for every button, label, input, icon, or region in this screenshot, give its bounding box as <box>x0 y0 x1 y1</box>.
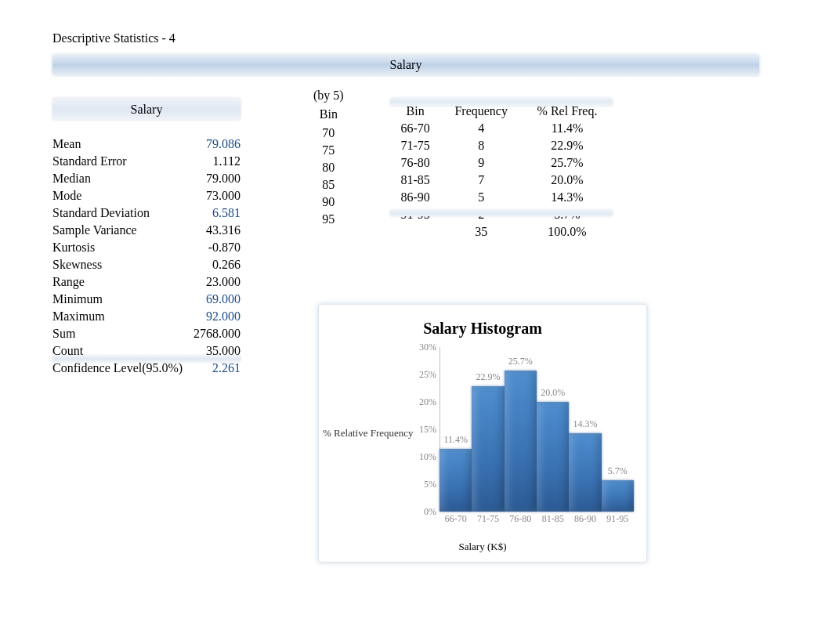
freq-count: 7 <box>440 172 522 189</box>
y-tick-label: 30% <box>419 342 436 353</box>
stats-value: 23.000 <box>190 273 241 291</box>
bar-value-label: 20.0% <box>541 387 565 399</box>
freq-rel: 11.4% <box>522 120 613 137</box>
x-tick-label: 86-90 <box>574 513 596 525</box>
stats-label: Mean <box>52 136 190 153</box>
bar-value-label: 25.7% <box>508 356 533 367</box>
y-tick-label: 20% <box>419 396 436 408</box>
bin-value: 70 <box>313 125 344 142</box>
stats-label: Skewness <box>52 256 190 273</box>
stats-label: Kurtosis <box>52 239 190 256</box>
histogram-bar <box>602 480 634 512</box>
bin-note: (by 5) <box>313 89 344 106</box>
stats-label: Minimum <box>52 291 190 308</box>
stats-row: Standard Deviation6.581 <box>52 204 241 222</box>
stats-value: 2768.000 <box>190 325 241 342</box>
stats-row: Minimum69.000 <box>52 291 241 308</box>
histogram-card: Salary Histogram % Relative Frequency Sa… <box>318 304 647 563</box>
stats-row: Maximum92.000 <box>52 308 241 325</box>
freq-rel: 14.3% <box>522 189 613 206</box>
stats-value: 79.000 <box>190 170 241 187</box>
freq-bin: 71-75 <box>390 137 440 154</box>
freq-column-header: % Rel Freq. <box>522 103 613 120</box>
stats-row: Sum2768.000 <box>52 325 241 342</box>
stats-value: 1.112 <box>190 153 241 170</box>
freq-rel: 22.9% <box>522 137 613 154</box>
freq-count: 5 <box>440 189 522 206</box>
page-title: Descriptive Statistics - 4 <box>52 31 175 45</box>
x-tick-label: 81-85 <box>542 513 564 525</box>
histogram-bar <box>440 449 472 512</box>
freq-total-count: 35 <box>440 223 522 241</box>
chart-title: Salary Histogram <box>318 320 647 338</box>
stats-row: Confidence Level(95.0%)2.261 <box>52 360 241 377</box>
bin-value: 75 <box>313 142 344 159</box>
stats-label: Range <box>52 273 190 291</box>
freq-row: 66-70411.4% <box>390 120 613 137</box>
bar-value-label: 11.4% <box>443 434 468 446</box>
stats-value: 43.316 <box>190 222 241 239</box>
y-tick-label: 10% <box>419 451 436 463</box>
chart-plot-area: 0%5%10%15%20%25%30%11.4%66-7022.9%71-752… <box>440 347 634 512</box>
freq-total-rel: 100.0% <box>522 223 613 241</box>
bin-value: 90 <box>313 194 344 211</box>
stats-row: Standard Error1.112 <box>52 153 241 170</box>
y-tick-label: 15% <box>419 424 436 436</box>
stats-row: Mode73.000 <box>52 187 241 204</box>
section-header-salary: Salary <box>52 55 759 75</box>
freq-header-row: BinFrequency% Rel Freq. <box>390 103 613 120</box>
stats-label: Sum <box>52 325 190 342</box>
x-tick-label: 76-80 <box>509 513 531 525</box>
descriptive-stats-table: Mean79.086Standard Error1.112Median79.00… <box>52 136 241 377</box>
freq-column-header: Frequency <box>440 103 522 120</box>
stats-row: Median79.000 <box>52 170 241 187</box>
freq-rel: 20.0% <box>522 172 613 189</box>
stats-label: Standard Error <box>52 153 190 170</box>
stats-column-header: Salary <box>52 98 241 120</box>
x-tick-label: 91-95 <box>606 513 628 525</box>
bar-value-label: 22.9% <box>476 371 501 383</box>
stats-bottom-divider <box>52 356 241 362</box>
freq-row: 81-85720.0% <box>390 172 613 189</box>
histogram-bar <box>472 386 504 512</box>
freq-bin: 86-90 <box>390 189 440 206</box>
stats-value: 6.581 <box>190 204 241 222</box>
stats-row: Kurtosis-0.870 <box>52 239 241 256</box>
y-tick-label: 25% <box>419 369 436 381</box>
stats-label: Maximum <box>52 308 190 325</box>
bar-value-label: 5.7% <box>608 465 628 477</box>
histogram-bar <box>505 371 537 512</box>
stats-row: Skewness0.266 <box>52 256 241 273</box>
x-tick-label: 71-75 <box>477 513 499 525</box>
freq-count: 8 <box>440 137 522 154</box>
bin-header: Bin <box>313 106 344 125</box>
y-tick-label: 0% <box>424 506 436 518</box>
freq-count: 4 <box>440 120 522 137</box>
stats-label: Mode <box>52 187 190 204</box>
bin-list: (by 5) Bin 707580859095 <box>313 89 344 228</box>
stats-value: 69.000 <box>190 291 241 308</box>
bin-value: 85 <box>313 176 344 194</box>
frequency-table: BinFrequency% Rel Freq.66-70411.4%71-758… <box>390 103 613 241</box>
bar-value-label: 14.3% <box>573 418 598 430</box>
stats-value: 79.086 <box>190 136 241 153</box>
stats-row: Sample Variance43.316 <box>52 222 241 239</box>
freq-row: 76-80925.7% <box>390 154 613 172</box>
stats-label: Confidence Level(95.0%) <box>52 360 190 377</box>
chart-xlabel: Salary (K$) <box>318 541 647 553</box>
stats-row: Range23.000 <box>52 273 241 291</box>
freq-count: 9 <box>440 154 522 172</box>
freq-row: 71-75822.9% <box>390 137 613 154</box>
bin-value: 80 <box>313 159 344 176</box>
stats-value: 92.000 <box>190 308 241 325</box>
stats-value: -0.870 <box>190 239 241 256</box>
freq-row: 86-90514.3% <box>390 189 613 206</box>
chart-ylabel: % Relative Frequency <box>323 427 414 440</box>
stats-label: Sample Variance <box>52 222 190 239</box>
freq-total-divider <box>390 210 613 216</box>
x-tick-label: 66-70 <box>445 513 467 525</box>
stats-value: 73.000 <box>190 187 241 204</box>
freq-bin: 66-70 <box>390 120 440 137</box>
stats-value: 2.261 <box>190 360 241 377</box>
freq-total-blank <box>390 223 440 241</box>
